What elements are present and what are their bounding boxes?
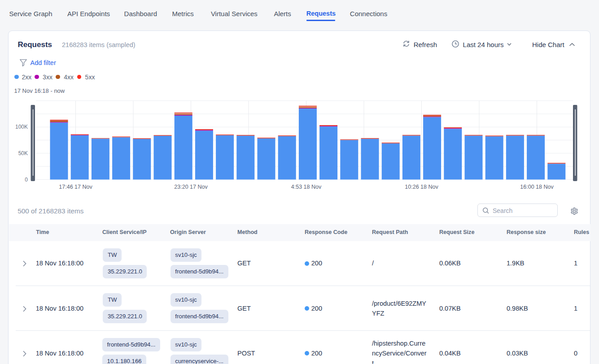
svg-text:0: 0 [25,177,28,183]
svg-text:16:00 18 Nov: 16:00 18 Nov [520,184,554,190]
svg-text:4:53 18 Nov: 4:53 18 Nov [291,184,322,190]
svg-text:10:26 18 Nov: 10:26 18 Nov [405,184,438,190]
svg-text:100K: 100K [15,124,28,130]
svg-text:23:20 17 Nov: 23:20 17 Nov [174,184,208,190]
svg-text:17:46 17 Nov: 17:46 17 Nov [59,184,92,190]
svg-text:50K: 50K [18,150,28,156]
